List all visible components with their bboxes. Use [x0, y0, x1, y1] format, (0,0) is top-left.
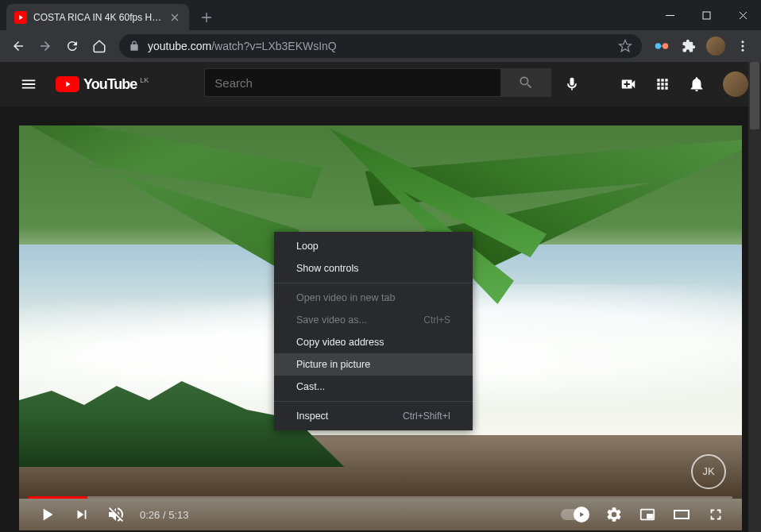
ctx-show-controls[interactable]: Show controls — [274, 257, 473, 279]
time-display: 0:26 / 5:13 — [140, 509, 188, 521]
ctx-copy-address[interactable]: Copy video address — [274, 331, 473, 353]
svg-rect-0 — [703, 12, 710, 19]
ctx-open-new-tab: Open video in new tab — [274, 287, 473, 309]
hamburger-menu-button[interactable] — [13, 68, 44, 100]
account-avatar-button[interactable] — [723, 71, 748, 97]
youtube-region-label: LK — [140, 76, 149, 84]
avatar-icon — [706, 37, 725, 56]
tab-title: COSTA RICA IN 4K 60fps HDR (U... — [33, 12, 164, 23]
url-text: youtube.com/watch?v=LXb3EKWsInQ — [148, 40, 618, 52]
svg-rect-8 — [674, 511, 689, 519]
svg-rect-7 — [647, 515, 652, 519]
bookmark-star-button[interactable] — [618, 39, 632, 53]
window-controls — [651, 0, 761, 30]
mute-button[interactable] — [99, 499, 133, 530]
browser-address-bar: youtube.com/watch?v=LXb3EKWsInQ — [0, 30, 761, 62]
create-button[interactable] — [620, 75, 637, 93]
reload-button[interactable] — [59, 33, 86, 60]
ctx-separator — [274, 401, 473, 402]
ctx-inspect[interactable]: InspectCtrl+Shift+I — [274, 405, 473, 427]
svg-point-4 — [742, 45, 744, 48]
miniplayer-button[interactable] — [631, 499, 664, 530]
new-tab-button[interactable] — [195, 6, 218, 29]
scrollbar[interactable] — [748, 62, 761, 532]
ctx-picture-in-picture[interactable]: Picture in picture — [274, 353, 473, 376]
notifications-button[interactable] — [688, 75, 705, 93]
svg-point-5 — [742, 49, 744, 52]
extension-glasses-icon[interactable] — [651, 35, 673, 57]
next-button[interactable] — [65, 499, 99, 530]
svg-point-1 — [655, 43, 661, 48]
svg-point-3 — [742, 40, 744, 43]
search-button[interactable] — [500, 68, 551, 97]
profile-avatar-button[interactable] — [705, 35, 727, 57]
youtube-header-right — [620, 71, 748, 97]
forward-button[interactable] — [32, 33, 59, 60]
play-button[interactable] — [29, 499, 65, 530]
theater-mode-button[interactable] — [664, 499, 699, 530]
svg-point-2 — [662, 43, 668, 48]
autoplay-thumb-icon — [574, 507, 589, 522]
browser-menu-button[interactable] — [732, 35, 754, 57]
autoplay-toggle[interactable] — [561, 509, 588, 520]
extensions-button[interactable] — [678, 35, 700, 57]
ctx-separator — [274, 283, 473, 283]
apps-button[interactable] — [655, 76, 670, 92]
ctx-cast[interactable]: Cast... — [274, 376, 473, 398]
close-window-button[interactable] — [724, 0, 761, 30]
back-button[interactable] — [5, 33, 32, 60]
fullscreen-button[interactable] — [699, 499, 732, 530]
settings-button[interactable] — [597, 499, 631, 530]
scrollbar-thumb[interactable] — [750, 62, 759, 129]
avatar-icon — [723, 71, 748, 97]
search-container — [204, 68, 588, 100]
browser-tab[interactable]: COSTA RICA IN 4K 60fps HDR (U... — [6, 4, 189, 30]
youtube-logo-icon — [56, 76, 79, 92]
voice-search-button[interactable] — [556, 68, 588, 100]
ctx-loop[interactable]: Loop — [274, 235, 473, 257]
search-input[interactable] — [204, 68, 500, 97]
youtube-logo[interactable]: YouTube LK — [56, 76, 149, 93]
youtube-header: YouTube LK — [0, 62, 761, 106]
maximize-button[interactable] — [688, 0, 724, 30]
tab-close-button[interactable] — [168, 11, 181, 24]
youtube-logo-text: YouTube — [83, 76, 137, 93]
channel-watermark[interactable]: JK — [691, 454, 726, 489]
lock-icon — [129, 40, 140, 52]
youtube-favicon — [14, 11, 27, 24]
url-field[interactable]: youtube.com/watch?v=LXb3EKWsInQ — [119, 34, 642, 58]
home-button[interactable] — [86, 33, 113, 60]
player-controls: 0:26 / 5:13 — [19, 499, 742, 530]
minimize-button[interactable] — [651, 0, 688, 30]
ctx-save-as: Save video as...Ctrl+S — [274, 309, 473, 331]
context-menu: Loop Show controls Open video in new tab… — [274, 232, 473, 430]
browser-title-bar: COSTA RICA IN 4K 60fps HDR (U... — [0, 0, 761, 30]
